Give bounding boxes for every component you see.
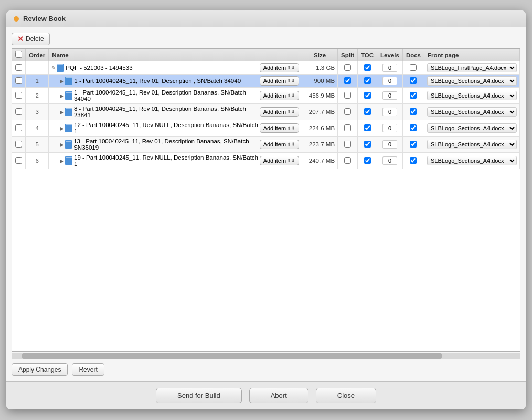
add-item-button[interactable]: Add item⬆⬇	[260, 140, 299, 149]
row-toc-cell	[357, 88, 377, 104]
col-size-header: Size	[302, 49, 338, 61]
add-item-button[interactable]: Add item⬆⬇	[260, 107, 299, 117]
row-order-cell: 5	[26, 136, 49, 153]
expand-arrow-icon[interactable]: ▶	[60, 142, 64, 148]
horizontal-scrollbar[interactable]	[12, 353, 520, 359]
row-checkbox-cell	[12, 61, 26, 75]
docs-checkbox[interactable]	[410, 124, 417, 131]
delete-button[interactable]: ✕ Delete	[12, 33, 50, 45]
levels-input[interactable]	[382, 108, 397, 116]
docs-checkbox[interactable]	[410, 77, 417, 84]
levels-input[interactable]	[382, 124, 397, 132]
stepper-icon: ⬆⬇	[287, 109, 295, 114]
add-item-label: Add item	[263, 125, 286, 131]
row-checkbox[interactable]	[15, 64, 22, 71]
abort-button[interactable]: Abort	[249, 388, 308, 403]
apply-changes-button[interactable]: Apply Changes	[12, 363, 68, 376]
revert-button[interactable]: Revert	[72, 363, 104, 376]
front-page-select[interactable]: SLBLogo_FirstPage_A4.docxSLBLogo_Section…	[427, 123, 517, 133]
bottom-toolbar: Apply Changes Revert	[12, 363, 520, 376]
front-page-select[interactable]: SLBLogo_FirstPage_A4.docxSLBLogo_Section…	[427, 140, 517, 149]
row-checkbox[interactable]	[15, 77, 22, 84]
docs-checkbox[interactable]	[410, 64, 417, 71]
docs-checkbox[interactable]	[410, 92, 417, 99]
levels-input[interactable]	[382, 77, 397, 85]
col-name-header: Name	[49, 49, 302, 61]
toc-checkbox[interactable]	[364, 124, 371, 131]
row-toc-cell	[357, 104, 377, 120]
levels-input[interactable]	[382, 140, 397, 149]
main-table: Order Name Size Split TOC Levels Docs Fr…	[12, 49, 520, 169]
select-all-checkbox[interactable]	[15, 51, 22, 58]
add-item-button[interactable]: Add item⬆⬇	[260, 91, 299, 100]
row-name-cell: ▶8 - Part 100040245_11, Rev 01, Descript…	[49, 104, 302, 120]
row-checkbox-cell	[12, 153, 26, 169]
expand-arrow-icon[interactable]: ▶	[60, 109, 64, 115]
row-frontpage-cell: SLBLogo_FirstPage_A4.docxSLBLogo_Section…	[424, 136, 520, 153]
expand-arrow-icon[interactable]: ▶	[60, 93, 64, 99]
col-split-header: Split	[338, 49, 358, 61]
add-item-button[interactable]: Add item⬆⬇	[260, 76, 299, 86]
toc-checkbox[interactable]	[364, 157, 371, 164]
row-frontpage-cell: SLBLogo_FirstPage_A4.docxSLBLogo_Section…	[424, 88, 520, 104]
toc-checkbox[interactable]	[364, 77, 371, 84]
expand-arrow-icon[interactable]: ▶	[60, 125, 64, 131]
levels-input[interactable]	[382, 91, 397, 100]
row-checkbox[interactable]	[15, 92, 22, 99]
docs-checkbox[interactable]	[410, 141, 417, 148]
expand-arrow-icon[interactable]: ▶	[60, 78, 64, 84]
front-page-select[interactable]: SLBLogo_FirstPage_A4.docxSLBLogo_Section…	[427, 76, 517, 86]
add-item-button[interactable]: Add item⬆⬇	[260, 63, 299, 72]
row-checkbox[interactable]	[15, 157, 22, 164]
front-page-select[interactable]: SLBLogo_FirstPage_A4.docxSLBLogo_Section…	[427, 156, 517, 165]
add-item-button[interactable]: Add item⬆⬇	[260, 156, 299, 165]
row-checkbox-cell	[12, 136, 26, 153]
front-page-select[interactable]: SLBLogo_FirstPage_A4.docxSLBLogo_Section…	[427, 63, 517, 72]
split-checkbox[interactable]	[344, 124, 351, 131]
front-page-select[interactable]: SLBLogo_FirstPage_A4.docxSLBLogo_Section…	[427, 91, 517, 100]
pen-icon: ✎	[51, 65, 56, 71]
split-checkbox[interactable]	[344, 92, 351, 99]
toc-checkbox[interactable]	[364, 64, 371, 71]
split-checkbox[interactable]	[344, 141, 351, 148]
toc-checkbox[interactable]	[364, 141, 371, 148]
row-checkbox[interactable]	[15, 124, 22, 131]
table-container[interactable]: Order Name Size Split TOC Levels Docs Fr…	[12, 48, 520, 352]
add-item-button[interactable]: Add item⬆⬇	[260, 123, 299, 133]
row-levels-cell	[377, 88, 403, 104]
levels-input[interactable]	[382, 64, 397, 72]
row-checkbox-cell	[12, 120, 26, 136]
toc-checkbox[interactable]	[364, 92, 371, 99]
send-for-build-button[interactable]: Send for Build	[156, 388, 242, 403]
row-frontpage-cell: SLBLogo_FirstPage_A4.docxSLBLogo_Section…	[424, 153, 520, 169]
split-checkbox[interactable]	[344, 157, 351, 164]
scrollbar-thumb	[22, 353, 442, 359]
docs-checkbox[interactable]	[410, 157, 417, 164]
row-size-cell: 456.9 MB	[302, 88, 338, 104]
expand-arrow-icon[interactable]: ▶	[60, 158, 64, 164]
table-row: ✎PQF - 521003 - 1494533Add item⬆⬇1.3 GBS…	[12, 61, 520, 75]
row-levels-cell	[377, 104, 403, 120]
document-icon	[65, 91, 72, 100]
levels-input[interactable]	[382, 156, 397, 165]
row-docs-cell	[402, 136, 424, 153]
row-frontpage-cell: SLBLogo_FirstPage_A4.docxSLBLogo_Section…	[424, 104, 520, 120]
row-checkbox[interactable]	[15, 141, 22, 148]
split-checkbox[interactable]	[344, 77, 351, 84]
docs-checkbox[interactable]	[410, 108, 417, 115]
table-row: 6▶19 - Part 100040245_11, Rev NULL, Desc…	[12, 153, 520, 169]
split-checkbox[interactable]	[344, 64, 351, 71]
row-checkbox[interactable]	[15, 108, 22, 115]
row-split-cell	[338, 153, 358, 169]
row-order-cell: 6	[26, 153, 49, 169]
close-button[interactable]: Close	[316, 388, 376, 403]
row-docs-cell	[402, 75, 424, 88]
stepper-icon: ⬆⬇	[287, 65, 295, 70]
split-checkbox[interactable]	[344, 108, 351, 115]
toc-checkbox[interactable]	[364, 108, 371, 115]
table-body: ✎PQF - 521003 - 1494533Add item⬆⬇1.3 GBS…	[12, 61, 520, 169]
front-page-select[interactable]: SLBLogo_FirstPage_A4.docxSLBLogo_Section…	[427, 107, 517, 117]
row-frontpage-cell: SLBLogo_FirstPage_A4.docxSLBLogo_Section…	[424, 75, 520, 88]
row-name-text: 13 - Part 100040245_11, Rev 01, Descript…	[73, 138, 259, 151]
row-toc-cell	[357, 61, 377, 75]
